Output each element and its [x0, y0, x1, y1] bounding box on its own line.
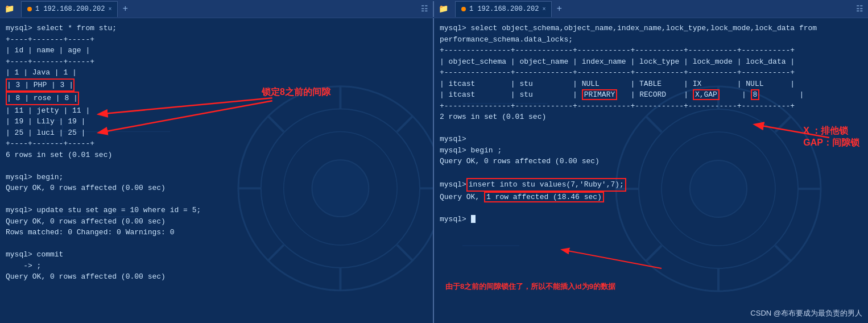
right-sep3: +---------------+-------------+---------…: [440, 101, 862, 112]
svg-line-26: [775, 246, 791, 261]
right-begin-result: Query OK, 0 rows affected (0.00 sec): [440, 156, 862, 167]
right-sep2: +---------------+-------------+---------…: [440, 67, 862, 78]
right-tab-bar: 📁 1 192.168.200.202 × + ☷: [434, 1, 868, 17]
from-keyword: from: [799, 24, 817, 32]
right-tab-dot: [461, 7, 466, 11]
left-panel: mysql> select * from stu; +----+-------+…: [0, 18, 434, 323]
left-annotation: 锁定8之前的间隙: [262, 86, 330, 98]
left-line-row25: | 25 | luci | 25 |: [6, 127, 427, 139]
left-line-begin: mysql> begin;: [6, 172, 427, 183]
left-tab-dot: [27, 7, 32, 11]
right-begin: mysql> begin ;: [440, 145, 862, 156]
left-tab[interactable]: 1 192.168.200.202 ×: [21, 1, 118, 17]
left-tab-folder-icon: 📁: [0, 4, 19, 14]
watermark: CSDN @布布要成为最负责的男人: [750, 308, 862, 318]
left-line-update-result: Query OK, 0 rows affected (0.00 sec): [6, 216, 427, 227]
left-line-update: mysql> update stu set age = 10 where id …: [6, 205, 427, 216]
right-tab-close[interactable]: ×: [542, 6, 545, 13]
left-tab-add[interactable]: +: [118, 4, 133, 14]
left-line-commit: mysql> commit: [6, 249, 427, 260]
right-grid-icon: ☷: [852, 4, 868, 14]
right-insert: mysql> insert into stu values(7,'Ruby',7…: [440, 178, 862, 192]
right-tab[interactable]: 1 192.168.200.202 ×: [455, 1, 552, 17]
right-line-from: performance_schema.data_locks;: [440, 34, 862, 45]
right-prompt1: mysql>: [440, 134, 862, 145]
svg-line-34: [565, 250, 662, 268]
left-line-header: | id | name | age |: [6, 45, 427, 56]
gap-note: 由于8之前的间隙锁住了，所以不能插入id为9的数据: [445, 281, 615, 292]
left-tab-close[interactable]: ×: [108, 6, 111, 13]
left-line-row1: | 1 | Java | 1 |: [6, 67, 427, 78]
tab-bar: 📁 1 192.168.200.202 × + ☷ 📁 1 192.168.20…: [0, 0, 868, 18]
left-line-row3: | 3 | PHP | 3 |: [6, 78, 75, 92]
left-line-sep3: +----+-------+-----+: [6, 138, 427, 150]
right-insert-result: Query OK, 1 row affected (18.46 sec): [440, 192, 862, 203]
left-grid-icon: ☷: [416, 4, 433, 14]
left-line-commit-result: Query OK, 0 rows affected (0.00 sec): [6, 271, 427, 283]
right-tab-folder-icon: 📁: [434, 4, 453, 14]
right-panel: mysql> select object_schema,object_name,…: [434, 18, 868, 323]
left-line-commit-arrow: -> ;: [6, 260, 427, 272]
svg-line-27: [646, 246, 662, 261]
right-tab-label: 1 192.168.200.202: [469, 5, 539, 13]
left-line-begin-result: Query OK, 0 rows affected (0.00 sec): [6, 183, 427, 194]
left-tab-bar: 📁 1 192.168.200.202 × + ☷: [0, 1, 434, 17]
left-line-1: mysql> select * from stu;: [6, 23, 427, 34]
left-tab-label: 1 192.168.200.202: [35, 5, 105, 13]
left-line-sep2: +----+-------+-----+: [6, 56, 427, 68]
right-sep1: +---------------+-------------+---------…: [440, 45, 862, 56]
right-prompt2: mysql>: [440, 214, 862, 225]
left-line-row19: | 19 | Lily | 19 |: [6, 116, 427, 127]
main-content: mysql> select * from stu; +----+-------+…: [0, 18, 868, 323]
lock-annotation: X ：排他锁GAP：间隙锁: [803, 125, 859, 149]
left-terminal: mysql> select * from stu; +----+-------+…: [0, 18, 433, 287]
right-terminal: mysql> select object_schema,object_name,…: [434, 18, 868, 229]
right-row2: | itcast | stu | PRIMARY | RECORD | X,GA…: [440, 89, 862, 101]
right-tab-add[interactable]: +: [552, 4, 567, 14]
right-header: | object_schema | object_name | index_na…: [440, 56, 862, 68]
left-line-rowcount: 6 rows in set (0.01 sec): [6, 150, 427, 161]
right-row1: | itcast | stu | NULL | TABLE | IX | NUL…: [440, 78, 862, 90]
left-line-row11: | 11 | jetty | 11 |: [6, 105, 427, 117]
right-line-select: mysql> select object_schema,object_name,…: [440, 23, 862, 34]
left-line-row8: | 8 | rose | 8 |: [6, 92, 79, 105]
right-rowcount: 2 rows in set (0.01 sec): [440, 111, 862, 123]
left-line-rows-matched: Rows matched: 0 Changed: 0 Warnings: 0: [6, 227, 427, 238]
left-line-sep1: +----+-------+-----+: [6, 34, 427, 45]
